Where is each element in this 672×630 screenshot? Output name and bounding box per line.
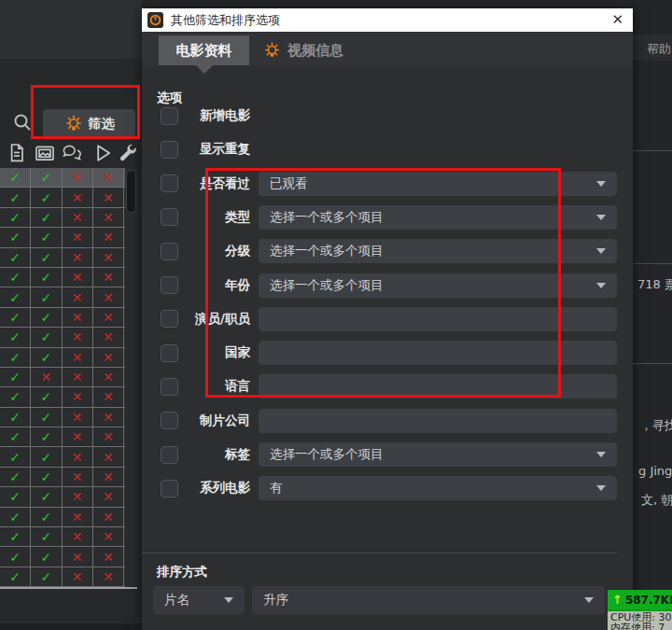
grid-row[interactable]: ✓✓✕✕ [0, 508, 125, 527]
close-icon[interactable]: ✕ [611, 13, 623, 27]
scrollbar-track[interactable] [125, 168, 137, 587]
grid-row[interactable]: ✓✓✕✕ [0, 527, 125, 547]
grid-row[interactable]: ✓✓✕✕ [0, 487, 125, 507]
chevron-down-icon [596, 283, 606, 288]
option-label: 制片公司 [151, 413, 250, 429]
grid-row[interactable]: ✓✓✕✕ [0, 387, 125, 407]
language-text-fragment: 文, 朝 [641, 492, 672, 509]
cross-icon: ✕ [93, 527, 124, 546]
cross-icon: ✕ [63, 188, 93, 206]
left-panel-bottombar [0, 623, 142, 630]
document-icon[interactable] [6, 142, 28, 164]
tab-label: 视频信息 [287, 42, 343, 60]
text-field[interactable] [259, 409, 617, 433]
option-label: 标签 [151, 446, 250, 463]
check-icon: ✓ [31, 468, 62, 486]
grid-row[interactable]: ✓✓✕✕ [0, 268, 125, 287]
wrench-icon[interactable] [118, 142, 140, 164]
check-icon: ✓ [31, 567, 62, 586]
memory-usage-text: 内存使用: 7 [610, 623, 672, 630]
menu-item-help[interactable]: 帮助 [647, 41, 671, 58]
sort-heading: 排序方式 [157, 564, 207, 581]
cross-icon: ✕ [93, 368, 124, 386]
chevron-down-icon [596, 215, 606, 220]
check-icon: ✓ [0, 348, 31, 367]
cross-icon: ✕ [63, 427, 93, 446]
grid-row[interactable]: ✓✓✕✕ [0, 208, 125, 228]
cross-icon: ✕ [93, 348, 124, 367]
option-row: 制片公司 [142, 404, 633, 438]
cross-icon: ✕ [63, 447, 93, 466]
tab-movie-info[interactable]: 电影资料 [159, 35, 249, 65]
grid-row[interactable]: ✓✓✕✕ [0, 567, 125, 587]
cross-icon: ✕ [63, 328, 93, 346]
cross-icon: ✕ [63, 308, 93, 327]
comments-icon[interactable] [62, 142, 84, 164]
option-label: 系列电影 [151, 480, 250, 497]
check-icon: ✓ [0, 188, 31, 206]
check-icon: ✓ [31, 487, 62, 506]
result-grid: ✓✓✕✕✓✓✕✕✓✓✕✕✓✓✕✕✓✓✕✕✓✓✕✕✓✓✕✕✓✓✕✕✓✓✕✕✓✓✕✕… [0, 168, 125, 587]
grid-row[interactable]: ✓✓✕✕ [0, 427, 125, 447]
dialog-titlebar[interactable]: 其他筛选和排序选项 ✕ [142, 8, 633, 32]
dialog-title: 其他筛选和排序选项 [171, 12, 280, 29]
check-icon: ✓ [0, 248, 31, 267]
grid-row[interactable]: ✓✕✕✕ [0, 368, 125, 387]
grid-row[interactable]: ✓✓✕✕ [0, 328, 125, 347]
option-row: 系列电影有 [142, 471, 633, 505]
check-icon: ✓ [31, 328, 62, 346]
left-panel-topbar [0, 0, 142, 59]
annotation-rect-filter-button [31, 85, 140, 139]
tab-video-info[interactable]: 视频信息 [263, 35, 343, 65]
scrollbar-thumb[interactable] [126, 170, 136, 213]
check-icon: ✓ [0, 308, 31, 327]
play-icon[interactable] [91, 142, 114, 164]
annotation-rect-filter-fields [205, 168, 561, 398]
cross-icon: ✕ [93, 208, 124, 227]
cross-icon: ✕ [93, 447, 124, 466]
chevron-down-icon [596, 485, 606, 491]
check-icon: ✓ [0, 547, 31, 566]
cross-icon: ✕ [93, 567, 124, 586]
check-icon: ✓ [31, 527, 62, 546]
grid-row[interactable]: ✓✓✕✕ [0, 348, 125, 368]
grid-row[interactable]: ✓✓✕✕ [0, 188, 125, 207]
check-icon: ✓ [0, 208, 31, 227]
grid-row[interactable]: ✓✓✕✕ [0, 547, 125, 567]
cross-icon: ✕ [63, 547, 93, 566]
grid-row[interactable]: ✓✓✕✕ [0, 228, 125, 247]
cross-icon: ✕ [63, 168, 93, 187]
dialog-tabbar: 电影资料 [142, 32, 633, 65]
cross-icon: ✕ [93, 168, 124, 187]
cross-icon: ✕ [93, 268, 124, 287]
votes-text-fragment: 718 票 [637, 276, 672, 293]
cross-icon: ✕ [63, 527, 93, 546]
check-icon: ✓ [0, 168, 31, 187]
chevron-down-icon [584, 597, 594, 603]
check-icon: ✓ [31, 408, 62, 427]
panel-divider [0, 587, 137, 589]
grid-row[interactable]: ✓✓✕✕ [0, 447, 125, 467]
cross-icon: ✕ [63, 348, 93, 367]
check-icon: ✓ [31, 287, 62, 306]
check-icon: ✓ [0, 368, 31, 386]
cross-icon: ✕ [63, 368, 93, 386]
grid-row[interactable]: ✓✓✕✕ [0, 287, 125, 307]
dropdown-field[interactable]: 选择一个或多个项目 [259, 442, 617, 467]
cross-icon: ✕ [63, 508, 93, 526]
grid-row[interactable]: ✓✓✕✕ [0, 408, 125, 427]
gallery-icon[interactable] [34, 142, 56, 164]
cross-icon: ✕ [63, 228, 93, 246]
sort-order-dropdown[interactable]: 升序 [252, 586, 605, 614]
grid-row[interactable]: ✓✓✕✕ [0, 468, 125, 487]
cross-icon: ✕ [93, 468, 124, 486]
check-icon: ✓ [0, 527, 31, 546]
cross-icon: ✕ [93, 188, 124, 206]
grid-row[interactable]: ✓✓✕✕ [0, 248, 125, 268]
check-icon: ✓ [31, 427, 62, 446]
sort-order-value: 升序 [263, 592, 288, 609]
option-label: 新增电影 [151, 107, 250, 124]
grid-row[interactable]: ✓✓✕✕ [0, 308, 125, 328]
dropdown-field[interactable]: 有 [259, 476, 617, 500]
sort-by-dropdown[interactable]: 片名 [153, 586, 245, 614]
